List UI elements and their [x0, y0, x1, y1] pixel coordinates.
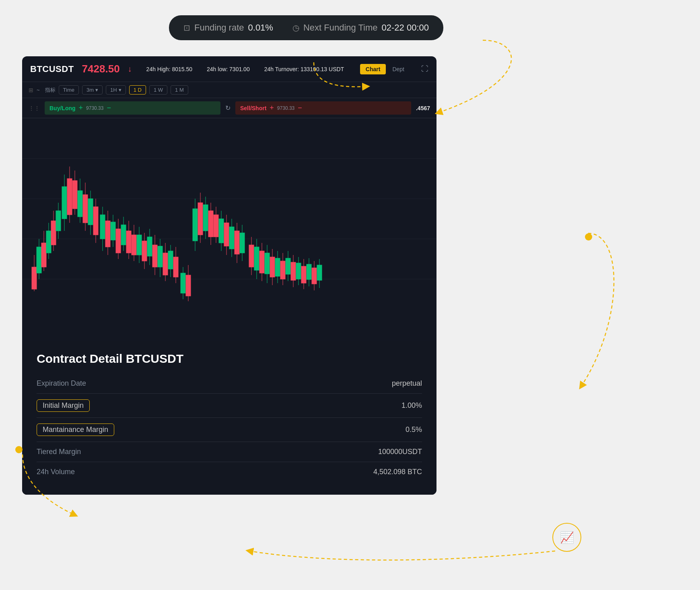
svg-rect-69 — [203, 205, 208, 231]
svg-rect-15 — [56, 211, 61, 231]
percent-icon: ⊡ — [183, 23, 190, 33]
funding-pill: ⊡ Funding rate 0.01% ◷ Next Funding Time… — [169, 15, 443, 40]
depth-tab[interactable]: Dept — [387, 64, 410, 74]
time-button[interactable]: Time — [59, 85, 79, 95]
price-arrow-icon: ↓ — [128, 64, 132, 74]
sell-plus-icon[interactable]: + — [270, 104, 274, 112]
svg-rect-39 — [121, 225, 126, 245]
svg-rect-79 — [229, 227, 234, 249]
svg-rect-27 — [88, 199, 93, 225]
right-dot-to-icon-arrow — [581, 233, 614, 386]
svg-rect-23 — [78, 191, 82, 217]
funding-to-right-arrow — [439, 40, 511, 113]
indicator-label[interactable]: ~ 指标 — [37, 86, 56, 94]
svg-rect-41 — [126, 231, 131, 253]
funding-rate-item: ⊡ Funding rate 0.01% — [183, 23, 273, 33]
sell-price: 9730.33 — [277, 105, 294, 111]
svg-rect-17 — [62, 187, 67, 219]
svg-rect-105 — [301, 266, 306, 283]
symbol-price: 7428.50 — [82, 63, 120, 75]
24h-turnover: 24h Turnover: 133100.13 USDT — [264, 66, 344, 72]
svg-rect-101 — [291, 262, 296, 280]
expiration-label: Expiration Date — [37, 379, 86, 388]
svg-rect-29 — [93, 207, 98, 235]
interval-1w[interactable]: 1 W — [149, 85, 167, 95]
svg-rect-61 — [181, 273, 185, 293]
svg-rect-77 — [224, 223, 229, 246]
svg-rect-7 — [37, 247, 41, 273]
svg-rect-21 — [72, 181, 77, 209]
funding-rate-value: 0.01% — [248, 23, 273, 33]
contract-title: Contract Detail BTCUSDT — [37, 352, 422, 366]
24h-high-label: 24h High: — [146, 66, 171, 72]
svg-rect-87 — [254, 247, 259, 270]
svg-rect-97 — [280, 261, 285, 279]
svg-rect-25 — [83, 195, 88, 223]
buy-plus-icon[interactable]: + — [79, 104, 83, 112]
svg-rect-37 — [116, 229, 121, 253]
svg-rect-63 — [186, 275, 191, 296]
svg-rect-33 — [105, 221, 110, 247]
left-annotation-dot — [15, 446, 23, 453]
svg-rect-81 — [235, 231, 239, 254]
svg-rect-19 — [67, 179, 72, 215]
svg-rect-73 — [214, 215, 218, 237]
detail-row-volume: 24h Volume 4,502.098 BTC — [37, 462, 422, 482]
header-bar: BTCUSDT 7428.50 ↓ 24h High: 8015.50 24h … — [22, 56, 436, 82]
buy-panel[interactable]: Buy/Long + 9730.33 − — [45, 101, 220, 115]
svg-rect-107 — [307, 264, 311, 280]
buy-sell-row: ⋮⋮ Buy/Long + 9730.33 − ↻ Sell/Short + 9… — [22, 98, 436, 118]
refresh-icon[interactable]: ↻ — [225, 104, 231, 112]
svg-rect-49 — [147, 237, 152, 256]
maintenance-margin-value: 0.5% — [406, 426, 422, 434]
interval-1d[interactable]: 1 D — [129, 85, 146, 95]
next-funding-item: ◷ Next Funding Time 02-22 00:00 — [292, 23, 429, 33]
24h-turnover-label: 24h Turnover: — [264, 66, 299, 72]
chart-tab[interactable]: Chart — [360, 64, 386, 74]
next-funding-value: 02-22 00:00 — [382, 23, 429, 33]
chart-icon-button[interactable]: 📈 — [552, 523, 581, 552]
icon-to-volume-arrow — [249, 551, 555, 560]
sell-panel[interactable]: Sell/Short + 9730.33 − — [235, 101, 411, 115]
svg-rect-93 — [270, 257, 275, 277]
svg-rect-31 — [100, 215, 105, 239]
tiered-margin-label: Tiered Margin — [37, 448, 81, 456]
buy-label: Buy/Long — [49, 105, 76, 111]
svg-rect-9 — [41, 243, 46, 267]
buy-price: 9730.33 — [86, 105, 103, 111]
fullscreen-icon[interactable]: ⛶ — [421, 65, 428, 73]
detail-row-initial-margin: Initial Margin 1.00% — [37, 394, 422, 418]
interval-1m[interactable]: 1 M — [171, 85, 188, 95]
svg-rect-83 — [240, 233, 245, 253]
24h-high-value: 8015.50 — [172, 66, 192, 72]
svg-rect-65 — [193, 209, 198, 241]
chart-area — [22, 118, 436, 319]
chart-depth-tabs: Chart Dept — [360, 64, 410, 74]
svg-rect-99 — [286, 258, 290, 274]
buy-minus-icon[interactable]: − — [107, 104, 111, 112]
svg-rect-47 — [142, 241, 147, 261]
svg-rect-51 — [152, 245, 157, 267]
svg-rect-111 — [317, 265, 322, 280]
svg-rect-55 — [163, 253, 168, 275]
candlestick-chart — [22, 118, 436, 319]
svg-rect-91 — [265, 253, 270, 274]
volume-label: 24h Volume — [37, 468, 75, 476]
sell-label: Sell/Short — [240, 105, 266, 111]
svg-rect-89 — [259, 251, 264, 273]
detail-row-expiration: Expiration Date perpetual — [37, 374, 422, 394]
interval-1h[interactable]: 1H ▾ — [106, 85, 126, 95]
24h-low: 24h low: 7301.00 — [207, 66, 250, 72]
sell-minus-icon[interactable]: − — [298, 104, 302, 112]
tiered-margin-value: 100000USDT — [378, 448, 422, 456]
chart-line-icon: 📈 — [560, 531, 574, 544]
contract-detail: Contract Detail BTCUSDT Expiration Date … — [22, 341, 436, 495]
svg-rect-109 — [312, 268, 317, 284]
maintenance-margin-label: Mantainance Margin — [37, 423, 114, 436]
interval-3m[interactable]: 3m ▾ — [82, 85, 103, 95]
24h-high: 24h High: 8015.50 — [146, 66, 192, 72]
svg-rect-85 — [249, 245, 254, 267]
detail-row-maintenance-margin: Mantainance Margin 0.5% — [37, 418, 422, 442]
svg-rect-59 — [173, 257, 178, 277]
symbol-name: BTCUSDT — [30, 64, 74, 74]
